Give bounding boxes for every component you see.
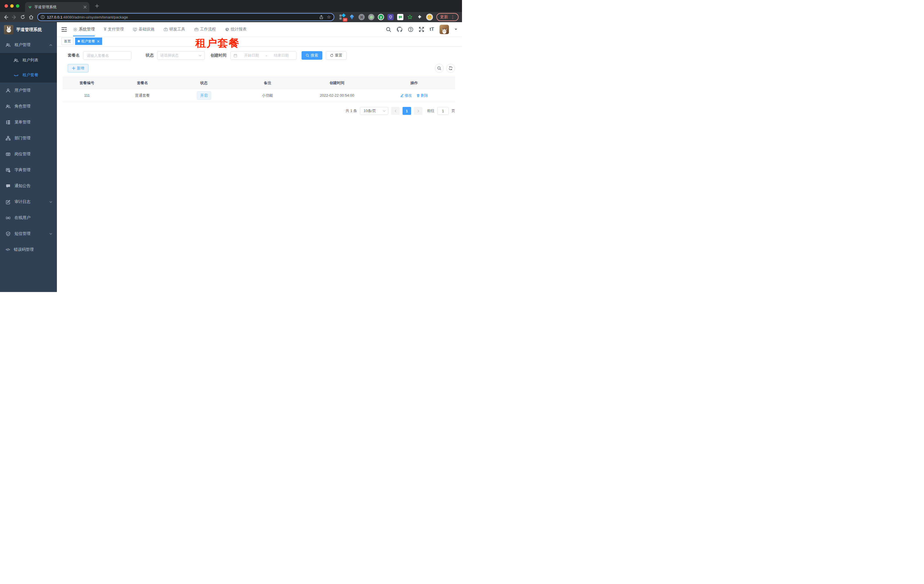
site-info-icon[interactable] bbox=[41, 15, 45, 19]
add-button-label: 新增 bbox=[77, 66, 84, 71]
extension-star-icon[interactable] bbox=[407, 14, 413, 20]
page-content: 套餐名 状态 请选择状态 创建时间 开始日期 - 结束日期 搜索 重置 bbox=[57, 46, 462, 292]
bookmark-star-icon[interactable]: ☆ bbox=[327, 15, 331, 19]
help-icon[interactable] bbox=[408, 27, 413, 32]
maximize-window-button[interactable] bbox=[16, 4, 19, 8]
sidebar-item-online-users[interactable]: 在线用户 bbox=[0, 210, 57, 226]
close-window-button[interactable] bbox=[5, 4, 8, 8]
toggle-search-button[interactable] bbox=[435, 64, 444, 73]
topnav-payment[interactable]: ¥ 支付管理 bbox=[104, 22, 124, 36]
sidebar-item-audit-log[interactable]: 审计日志 bbox=[0, 194, 57, 210]
status-badge[interactable]: 开启 bbox=[197, 91, 211, 100]
tag-home[interactable]: 首页 bbox=[61, 38, 73, 45]
user-icon bbox=[6, 88, 10, 93]
topnav-system[interactable]: 系统管理 bbox=[73, 22, 95, 36]
extension-shield-icon[interactable] bbox=[388, 14, 394, 20]
header-remark: 备注 bbox=[234, 81, 301, 86]
search-button[interactable]: 搜索 bbox=[302, 51, 322, 60]
users-group-icon bbox=[6, 43, 10, 48]
tag-tenant-package[interactable]: 租户套餐 bbox=[75, 38, 102, 45]
status-label: 状态 bbox=[146, 53, 153, 58]
reset-button-label: 重置 bbox=[335, 53, 342, 58]
profile-avatar-icon[interactable] bbox=[426, 14, 433, 20]
forward-icon[interactable] bbox=[12, 15, 17, 20]
topnav-devtools[interactable]: 研发工具 bbox=[163, 22, 185, 36]
sidebar-item-post-management[interactable]: 岗位管理 bbox=[0, 146, 57, 162]
font-size-icon[interactable]: tT bbox=[429, 26, 434, 32]
extension-y-icon[interactable]: y bbox=[378, 14, 384, 20]
extensions-puzzle-icon[interactable] bbox=[416, 14, 423, 20]
refresh-table-button[interactable] bbox=[446, 64, 455, 73]
fullscreen-icon[interactable] bbox=[419, 27, 424, 32]
user-avatar[interactable] bbox=[439, 25, 449, 34]
browser-menu-icon[interactable]: ⋮ bbox=[450, 15, 455, 20]
app-title: 芋道管理系统 bbox=[16, 27, 42, 33]
status-select[interactable]: 请选择状态 bbox=[157, 51, 205, 60]
reset-button[interactable]: 重置 bbox=[326, 51, 346, 60]
plus-icon bbox=[72, 67, 75, 70]
header-actions: 操作 bbox=[373, 81, 455, 86]
goto-suffix: 页 bbox=[452, 109, 455, 114]
add-button[interactable]: 新增 bbox=[68, 64, 89, 72]
tag-close-icon[interactable] bbox=[97, 40, 99, 43]
reload-icon[interactable] bbox=[20, 15, 25, 19]
current-page-button[interactable]: 1 bbox=[403, 107, 411, 115]
next-page-button[interactable] bbox=[414, 107, 422, 115]
sidebar-item-sms-management[interactable]: 短信管理 bbox=[0, 226, 57, 242]
home-icon[interactable] bbox=[29, 15, 33, 20]
browser-tab[interactable]: 芋道管理系统 bbox=[25, 2, 89, 12]
browser-toolbar: 127.0.0.1:48080/admin-ui/system/tenant/p… bbox=[0, 12, 462, 22]
goto-page-input[interactable] bbox=[437, 107, 449, 115]
sidebar-item-notice[interactable]: 通知公告 bbox=[0, 178, 57, 194]
extension-dot-icon[interactable] bbox=[368, 14, 375, 20]
delete-link[interactable]: 删除 bbox=[416, 93, 428, 98]
date-range-picker[interactable]: 开始日期 - 结束日期 bbox=[231, 51, 297, 60]
address-bar[interactable]: 127.0.0.1:48080/admin-ui/system/tenant/p… bbox=[37, 13, 334, 21]
sidebar-logo[interactable]: 芋道管理系统 bbox=[0, 22, 57, 37]
new-tab-button[interactable] bbox=[94, 3, 100, 9]
chevron-left-icon bbox=[394, 109, 397, 113]
sidebar-item-tenant-list[interactable]: 租户列表 bbox=[0, 53, 57, 67]
avatar-caret-icon[interactable] bbox=[454, 28, 457, 30]
extension-command-icon[interactable]: ⌘ bbox=[358, 14, 365, 20]
extension-gem-icon[interactable] bbox=[349, 14, 355, 20]
sidebar-item-dict-management[interactable]: 字典管理 bbox=[0, 162, 57, 178]
navbar-right: tT bbox=[386, 25, 457, 34]
favicon-plant-icon bbox=[28, 5, 32, 9]
search-icon[interactable] bbox=[386, 27, 391, 32]
menu-fold-icon[interactable] bbox=[61, 27, 67, 32]
topnav-workflow[interactable]: 工作流程 bbox=[194, 22, 216, 36]
sidebar-item-label: 租户管理 bbox=[15, 42, 30, 48]
sidebar-item-dept-management[interactable]: 部门管理 bbox=[0, 130, 57, 146]
sidebar-item-label: 租户列表 bbox=[23, 58, 38, 63]
edit-link-label: 修改 bbox=[404, 93, 412, 98]
page-size-select[interactable]: 10条/页 bbox=[360, 107, 388, 115]
extension-chat-icon[interactable] bbox=[397, 14, 403, 20]
sidebar-item-menu-management[interactable]: 菜单管理 bbox=[0, 114, 57, 130]
shield-check-icon bbox=[6, 232, 10, 236]
package-name-input[interactable] bbox=[83, 51, 132, 60]
back-icon[interactable] bbox=[3, 15, 8, 20]
tab-title: 芋道管理系统 bbox=[35, 5, 81, 10]
topnav-infrastructure[interactable]: 基础设施 bbox=[133, 22, 155, 36]
sidebar-item-tenant-management[interactable]: 租户管理 bbox=[0, 37, 57, 53]
sidebar-item-role-management[interactable]: 角色管理 bbox=[0, 99, 57, 114]
sidebar-item-tenant-package[interactable]: 租户套餐 bbox=[0, 67, 57, 82]
github-icon[interactable] bbox=[396, 26, 403, 33]
org-chart-icon bbox=[6, 136, 10, 141]
browser-update-button[interactable]: 更新 ⋮ bbox=[436, 13, 459, 21]
edit-link[interactable]: 修改 bbox=[400, 93, 412, 98]
cell-remark: 小功能 bbox=[234, 93, 301, 98]
monitor-icon bbox=[133, 27, 137, 31]
sidebar-item-errorcode-management[interactable]: </> 错误码管理 bbox=[0, 242, 57, 258]
extension-grid-icon[interactable]: 10 bbox=[339, 14, 345, 20]
sidebar-item-user-management[interactable]: 用户管理 bbox=[0, 82, 57, 99]
package-name-label: 套餐名 bbox=[68, 53, 80, 58]
minimize-window-button[interactable] bbox=[10, 4, 14, 8]
share-icon[interactable] bbox=[319, 15, 323, 19]
topnav-report[interactable]: 统计报表 bbox=[225, 22, 247, 36]
topnav-label: 支付管理 bbox=[108, 27, 124, 32]
chevron-down-icon bbox=[49, 232, 52, 235]
prev-page-button[interactable] bbox=[391, 107, 400, 115]
tab-close-icon[interactable] bbox=[84, 6, 86, 8]
